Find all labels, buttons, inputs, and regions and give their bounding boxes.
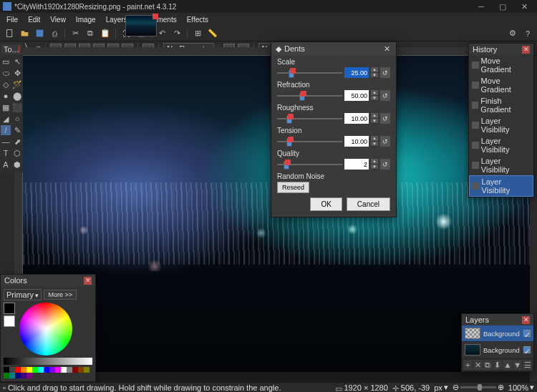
copy-icon[interactable]: ⧉ [84, 27, 97, 40]
document-thumb[interactable] [125, 15, 157, 36]
value-input[interactable]: 10.00 [344, 136, 369, 147]
properties-icon[interactable]: ☰ [523, 360, 532, 370]
close-icon[interactable]: ✕ [84, 277, 92, 285]
close-icon[interactable]: ✕ [522, 46, 530, 54]
more-button[interactable]: More >> [44, 290, 77, 300]
tool-icon[interactable]: A [1, 160, 11, 170]
cancel-button[interactable]: Cancel [347, 197, 390, 211]
spinner[interactable]: ▲▼ [371, 67, 378, 78]
palette-swatch[interactable] [38, 367, 44, 373]
history-item[interactable]: Layer Visibility [469, 115, 533, 135]
palette-swatch[interactable] [21, 367, 26, 373]
reset-icon[interactable]: ↺ [380, 136, 390, 147]
minimize-button[interactable]: ─ [471, 1, 491, 12]
palette-swatch[interactable] [84, 367, 90, 373]
layer-row[interactable]: Background✓ [462, 325, 533, 342]
menu-file[interactable]: File [1, 14, 23, 25]
tool-icon[interactable]: ◇ [1, 79, 11, 89]
unit-select[interactable]: px [434, 383, 442, 392]
history-item[interactable]: Layer Visibility [469, 135, 533, 155]
print-icon[interactable]: ⎙ [48, 27, 61, 40]
history-item[interactable]: Layer Visibility [469, 155, 533, 175]
tool-icon[interactable]: ○ [12, 114, 22, 124]
palette-swatch[interactable] [4, 373, 9, 378]
visibility-checkbox[interactable]: ✓ [523, 330, 531, 337]
value-slider[interactable] [4, 358, 92, 365]
palette-swatch[interactable] [78, 367, 84, 373]
palette-swatch[interactable] [15, 373, 21, 378]
zoom-out-icon[interactable]: ⊖ [453, 383, 459, 392]
color-wheel[interactable] [19, 303, 72, 356]
save-icon[interactable] [33, 27, 46, 40]
tool-icon[interactable]: ▭ [1, 57, 11, 67]
history-item[interactable]: Move Gradient [469, 55, 533, 75]
palette-swatch[interactable] [61, 367, 67, 373]
close-button[interactable]: ✕ [514, 1, 534, 12]
slider[interactable] [277, 160, 342, 170]
palette-swatch[interactable] [32, 367, 38, 373]
tool-icon[interactable]: ⬢ [12, 160, 22, 170]
tool-icon[interactable]: ⬭ [1, 68, 11, 78]
visibility-checkbox[interactable]: ✓ [523, 346, 531, 353]
palette-swatch[interactable] [55, 367, 61, 373]
palette-swatch[interactable] [4, 367, 9, 373]
tool-icon[interactable]: ⬡ [12, 148, 22, 158]
move-up-icon[interactable]: ▲ [503, 360, 512, 370]
close-icon[interactable]: ✕ [522, 316, 530, 324]
spinner[interactable]: ▲▼ [371, 90, 378, 101]
add-layer-icon[interactable]: + [463, 360, 473, 370]
cut-icon[interactable]: ✂ [69, 27, 82, 40]
palette-swatch[interactable] [26, 367, 32, 373]
move-down-icon[interactable]: ▼ [513, 360, 522, 370]
open-icon[interactable] [18, 27, 31, 40]
close-icon[interactable] [19, 46, 19, 53]
menu-image[interactable]: Image [71, 14, 101, 25]
tool-icon[interactable]: / [1, 125, 11, 135]
reset-icon[interactable]: ↺ [380, 90, 390, 101]
palette-swatch[interactable] [26, 373, 32, 378]
value-input[interactable]: 25.00 [344, 67, 369, 78]
tool-icon[interactable]: ▦ [1, 102, 11, 112]
reset-icon[interactable]: ↺ [380, 67, 390, 78]
ruler-icon[interactable]: 📏 [206, 27, 219, 40]
help-icon[interactable]: ? [521, 27, 534, 40]
settings-icon[interactable]: ⚙ [506, 27, 519, 40]
spinner[interactable]: ▲▼ [371, 113, 378, 124]
reset-icon[interactable]: ↺ [380, 159, 390, 170]
palette-swatch[interactable] [44, 367, 49, 373]
undo-icon[interactable]: ↶ [155, 27, 168, 40]
palette-swatch[interactable] [67, 367, 72, 373]
delete-layer-icon[interactable]: ✕ [473, 360, 483, 370]
tool-icon[interactable]: 🪄 [12, 79, 22, 89]
tool-icon[interactable]: ◢ [1, 114, 11, 124]
spinner[interactable]: ▲▼ [371, 159, 378, 170]
palette-swatch[interactable] [49, 367, 55, 373]
close-icon[interactable]: ✕ [382, 44, 392, 54]
palette-swatch[interactable] [21, 373, 26, 378]
tool-icon[interactable]: ✥ [12, 68, 22, 78]
grid-icon[interactable]: ⊞ [191, 27, 204, 40]
zoom-value[interactable]: 100% [508, 383, 528, 392]
tool-icon[interactable]: ● [1, 91, 11, 101]
merge-layer-icon[interactable]: ⬇ [493, 360, 503, 370]
primary-select[interactable]: Primary ▾ [4, 289, 42, 300]
palette-swatch[interactable] [72, 367, 78, 373]
tool-icon[interactable]: ⬈ [12, 137, 22, 147]
spinner[interactable]: ▲▼ [371, 136, 378, 147]
value-input[interactable]: 10.00 [344, 113, 369, 124]
history-item[interactable]: Move Gradient [469, 75, 533, 95]
zoom-in-icon[interactable]: ⊕ [498, 383, 504, 392]
tool-icon[interactable]: — [1, 137, 11, 147]
reset-icon[interactable]: ↺ [380, 113, 390, 124]
primary-swatch[interactable] [4, 303, 15, 314]
slider[interactable] [277, 91, 342, 101]
slider[interactable] [277, 114, 342, 124]
duplicate-layer-icon[interactable]: ⧉ [483, 360, 493, 370]
reseed-button[interactable]: Reseed [277, 182, 309, 193]
maximize-button[interactable]: ▢ [493, 1, 513, 12]
palette-swatch[interactable] [9, 373, 15, 378]
palette-swatch[interactable] [9, 367, 15, 373]
menu-view[interactable]: View [45, 14, 71, 25]
menu-edit[interactable]: Edit [23, 14, 45, 25]
slider[interactable] [277, 68, 342, 78]
